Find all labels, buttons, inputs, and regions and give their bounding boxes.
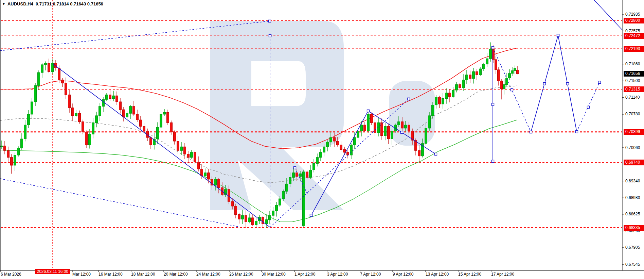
candle-body [425,128,427,144]
candle-body [476,71,478,75]
candle-body [401,122,404,128]
anchor-handle[interactable] [408,98,410,100]
candle-body [68,95,71,108]
candle-body [495,60,497,70]
ohlc-close: 0.71656 [87,1,103,6]
anchor-handle[interactable] [576,131,578,133]
candle-body [455,85,458,90]
candle-body [309,170,312,178]
candle-body [136,114,139,120]
candle-body [489,49,492,59]
candle-body [320,152,322,158]
candle-body [408,125,410,131]
candle-body [459,85,461,88]
candle-body [160,114,162,127]
time-tick-label: 30 Mar 12:00 [262,272,286,277]
anchor-handle[interactable] [587,106,590,109]
price-tick-label: 0.68625 [625,211,640,217]
time-tick-label: 1 Apr 12:00 [294,272,315,277]
candle-body [248,218,251,222]
candle-body [303,172,305,226]
candle-body [31,102,33,114]
candle-body [286,184,288,191]
candle-body [51,63,54,72]
anchor-handle[interactable] [367,110,370,112]
candle-body [498,70,500,81]
anchor-handle[interactable] [269,35,271,37]
candle-body [177,141,179,150]
candle-body [123,110,125,117]
candle-body [511,71,514,73]
candle-body [112,96,115,98]
anchor-handle[interactable] [492,103,494,106]
candle-body [466,75,468,80]
candle-body [208,173,210,179]
candle-body [11,158,13,165]
candle-body [150,137,152,145]
candle-body [449,93,451,97]
anchor-handle[interactable] [492,47,494,49]
anchor-handle[interactable] [294,167,296,169]
candle-body [65,83,67,95]
candle-body [469,75,471,79]
symbol-period-label: AUDUSD,H4 [7,1,33,6]
candle-body [242,215,244,219]
candle-body [350,145,353,155]
candle-body [452,90,454,97]
candle-body [72,108,74,116]
candle-body [462,80,465,88]
candle-body [508,73,511,78]
time-tick-label: 6 Mar 2026 [1,272,21,277]
candle-body [479,69,482,75]
price-tick-label: 0.71140 [625,95,640,100]
ohlc-low: 0.71643 [70,1,86,6]
anchor-handle[interactable] [543,83,546,85]
candle-body [435,97,437,105]
candle-body [92,122,94,134]
candle-body [252,218,254,225]
candle-body [75,113,77,116]
chart-window: ▼AUDUSD,H4 0.71731 0.71814 0.71643 0.716… [0,0,644,279]
candle-body [337,141,339,145]
price-tick-label: 0.71500 [625,78,640,84]
candle-body [126,113,128,117]
anchor-handle[interactable] [557,34,559,37]
candle-body [180,147,183,150]
forecast-dashed-line[interactable] [0,179,238,227]
candle-body [238,214,240,219]
anchor-handle[interactable] [435,153,437,155]
price-tick-label: 0.70780 [625,111,640,117]
trendline[interactable] [594,0,622,30]
candle-body [371,114,373,123]
time-tick-label: Mar 12:00 [72,272,91,277]
chart-title: ▼AUDUSD,H4 0.71731 0.71814 0.71643 0.716… [2,1,103,6]
chart-canvas[interactable] [0,0,644,279]
anchor-handle[interactable] [598,81,601,84]
anchor-handle[interactable] [567,83,569,85]
anchor-handle[interactable] [530,131,532,133]
candle-body [405,125,407,128]
symbol-dropdown-icon[interactable]: ▼ [2,2,5,6]
candle-body [4,146,6,151]
anchor-handle[interactable] [511,89,513,91]
anchor-handle[interactable] [401,131,403,134]
candle-body [357,131,359,137]
anchor-handle[interactable] [269,20,271,22]
time-tick-label: 24 Mar 12:00 [196,272,220,277]
candle-body [483,64,485,69]
candle-body [384,126,387,135]
anchor-handle[interactable] [492,160,494,163]
candle-body [17,148,20,155]
anchor-handle[interactable] [310,214,312,217]
candle-body [442,99,444,104]
candle-body [218,179,220,188]
candle-body [28,114,30,125]
price-level-badge: 0.68335 [624,225,644,231]
candle-body [439,97,441,104]
candle-body [204,173,207,176]
current-price-badge: 0.71656 [624,71,644,77]
candle-body [391,131,393,139]
candle-body [14,155,16,165]
candle-body [78,113,81,122]
candle-body [99,106,101,116]
